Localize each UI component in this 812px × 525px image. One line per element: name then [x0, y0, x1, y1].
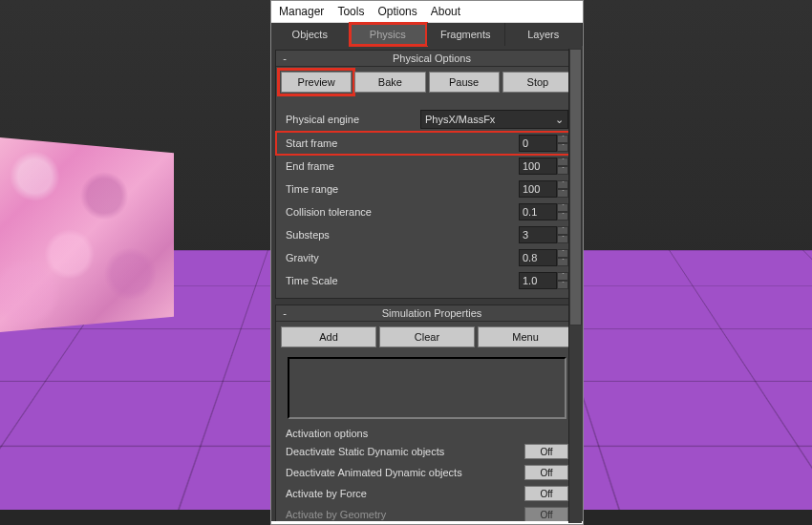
end-frame-spinner[interactable]: ˄˅	[519, 158, 568, 175]
deact-animated-toggle[interactable]: Off	[524, 465, 568, 480]
label-time-range: Time range	[286, 183, 519, 195]
panel-body: - Physical Options Preview Bake Pause St…	[271, 46, 583, 521]
spin-down-icon[interactable]: ˅	[557, 258, 568, 266]
tab-fragments[interactable]: Fragments	[427, 23, 505, 46]
activate-geometry-toggle[interactable]: Off	[524, 507, 568, 521]
label-deact-animated: Deactivate Animated Dynamic objects	[286, 467, 524, 478]
fractured-cube-object	[0, 137, 174, 332]
group-title: Physical Options	[289, 52, 574, 64]
activation-options-header: Activation options	[276, 424, 578, 441]
time-scale-spinner[interactable]: ˄˅	[519, 272, 568, 289]
spin-up-icon[interactable]: ˄	[557, 226, 568, 235]
row-physical-engine: Physical engine PhysX/MassFx ⌄	[276, 107, 578, 132]
menu-manager[interactable]: Manager	[279, 5, 324, 18]
tab-layers[interactable]: Layers	[505, 23, 584, 46]
label-time-scale: Time Scale	[286, 275, 519, 286]
group-header-physical-options[interactable]: - Physical Options	[276, 51, 578, 67]
spin-up-icon[interactable]: ˄	[557, 249, 568, 258]
gravity-spinner[interactable]: ˄˅	[519, 249, 568, 266]
spin-up-icon[interactable]: ˄	[557, 158, 568, 166]
group-simulation-properties: - Simulation Properties Add Clear Menu A…	[275, 304, 579, 521]
row-deact-static: Deactivate Static Dynamic objects Off	[276, 441, 578, 462]
end-frame-input[interactable]	[519, 158, 557, 175]
time-scale-input[interactable]	[519, 272, 557, 289]
row-end-frame: End frame ˄˅	[276, 155, 578, 178]
spin-down-icon[interactable]: ˅	[557, 166, 568, 175]
label-end-frame: End frame	[286, 160, 519, 172]
row-start-frame: Start frame ˄˅	[276, 132, 578, 155]
substeps-input[interactable]	[519, 226, 557, 243]
activate-force-toggle[interactable]: Off	[524, 486, 568, 501]
label-substeps: Substeps	[286, 229, 519, 241]
bake-button[interactable]: Bake	[354, 72, 425, 93]
tab-physics[interactable]: Physics	[350, 23, 428, 46]
label-physical-engine: Physical engine	[286, 114, 420, 125]
panel-scrollbar[interactable]	[568, 49, 582, 523]
preview-button[interactable]: Preview	[281, 72, 352, 93]
spin-up-icon[interactable]: ˄	[557, 272, 568, 281]
deact-static-toggle[interactable]: Off	[524, 444, 568, 459]
collision-tolerance-spinner[interactable]: ˄˅	[519, 203, 568, 220]
clear-button[interactable]: Clear	[379, 326, 475, 347]
row-activate-geometry: Activate by Geometry Off	[276, 504, 578, 521]
time-range-input[interactable]	[519, 180, 557, 198]
chevron-down-icon: ⌄	[555, 114, 564, 126]
spin-up-icon[interactable]: ˄	[557, 180, 568, 189]
label-collision-tolerance: Collision tolerance	[286, 206, 519, 218]
spin-down-icon[interactable]: ˅	[557, 235, 568, 243]
substeps-spinner[interactable]: ˄˅	[519, 226, 568, 243]
tab-bar: Objects Physics Fragments Layers	[271, 23, 583, 46]
spin-down-icon[interactable]: ˅	[557, 281, 568, 289]
group-header-sim-props[interactable]: - Simulation Properties	[276, 305, 578, 322]
spin-down-icon[interactable]: ˅	[557, 212, 568, 220]
spin-up-icon[interactable]: ˄	[557, 203, 568, 212]
label-activate-geometry: Activate by Geometry	[286, 509, 524, 520]
row-collision-tolerance: Collision tolerance ˄˅	[276, 200, 578, 223]
time-range-spinner[interactable]: ˄˅	[519, 180, 568, 198]
menu-options[interactable]: Options	[377, 5, 417, 18]
menu-button[interactable]: Menu	[478, 326, 573, 347]
menu-about[interactable]: About	[431, 5, 460, 18]
spin-down-icon[interactable]: ˅	[557, 189, 568, 198]
stop-button[interactable]: Stop	[502, 72, 573, 93]
menu-tools[interactable]: Tools	[337, 5, 364, 18]
row-gravity: Gravity ˄˅	[276, 246, 578, 269]
spin-up-icon[interactable]: ˄	[557, 135, 568, 143]
properties-listbox[interactable]	[288, 357, 566, 419]
group-physical-options: - Physical Options Preview Bake Pause St…	[275, 50, 579, 299]
scrollbar-thumb[interactable]	[569, 49, 582, 326]
row-time-range: Time range ˄˅	[276, 178, 578, 200]
pause-button[interactable]: Pause	[429, 72, 500, 93]
start-frame-input[interactable]	[519, 135, 557, 152]
label-start-frame: Start frame	[286, 137, 519, 149]
physical-engine-value: PhysX/MassFx	[425, 114, 495, 125]
sim-control-row: Preview Bake Pause Stop	[276, 67, 578, 97]
menu-bar: Manager Tools Options About	[271, 1, 583, 23]
start-frame-spinner[interactable]: ˄˅	[519, 135, 568, 152]
label-gravity: Gravity	[286, 252, 519, 263]
row-substeps: Substeps ˄˅	[276, 223, 578, 246]
add-button[interactable]: Add	[281, 326, 376, 347]
physics-panel-window: Manager Tools Options About Objects Phys…	[270, 0, 584, 525]
collapse-icon[interactable]: -	[280, 307, 289, 319]
collapse-icon[interactable]: -	[280, 52, 289, 64]
group-title: Simulation Properties	[289, 307, 574, 319]
row-time-scale: Time Scale ˄˅	[276, 269, 578, 292]
row-activate-force: Activate by Force Off	[276, 483, 578, 504]
collision-tolerance-input[interactable]	[519, 203, 557, 220]
row-deact-animated: Deactivate Animated Dynamic objects Off	[276, 462, 578, 483]
tab-objects[interactable]: Objects	[271, 23, 350, 46]
spin-down-icon[interactable]: ˅	[557, 143, 568, 152]
label-activate-force: Activate by Force	[286, 488, 524, 499]
label-deact-static: Deactivate Static Dynamic objects	[286, 446, 524, 457]
physical-engine-select[interactable]: PhysX/MassFx ⌄	[420, 110, 568, 129]
gravity-input[interactable]	[519, 249, 557, 266]
sim-props-button-row: Add Clear Menu	[276, 322, 578, 352]
